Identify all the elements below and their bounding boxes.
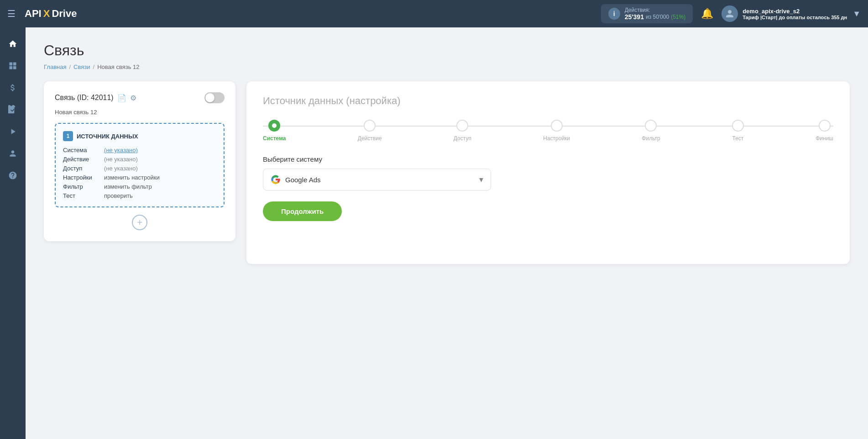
bell-icon[interactable]: 🔔 (698, 8, 716, 20)
stepper-step: Тест (732, 120, 744, 142)
user-plan: Тариф |Старт| до оплаты осталось 355 дн (743, 15, 847, 20)
field-label: Действие (63, 156, 104, 163)
step-dot (732, 120, 744, 132)
info-icon: i (608, 8, 620, 20)
actions-count: 25'391 (625, 13, 644, 21)
step-dot (268, 120, 280, 132)
breadcrumb-home[interactable]: Главная (44, 63, 66, 70)
right-card-title: Источник данных (настройка) (263, 95, 833, 107)
source-fields: Система(не указано)Действие(не указано)Д… (63, 147, 216, 199)
breadcrumb: Главная / Связи / Новая связь 12 (44, 63, 850, 70)
username: demo_apix-drive_s2 (743, 8, 847, 15)
sidebar-item-projects[interactable] (4, 100, 22, 119)
sidebar-item-grid[interactable] (4, 57, 22, 75)
user-profile[interactable]: demo_apix-drive_s2 Тариф |Старт| до опла… (722, 5, 847, 22)
main-content: Связь Главная / Связи / Новая связь 12 С… (26, 27, 868, 439)
right-card-title-main: Источник данных (263, 95, 343, 106)
avatar (722, 5, 738, 22)
main-layout: Связь Главная / Связи / Новая связь 12 С… (0, 27, 868, 439)
actions-info: i Действия: 25'391 из 50'000 (51%) (601, 4, 693, 23)
actions-text: Действия: 25'391 из 50'000 (51%) (625, 7, 685, 21)
gear-icon[interactable]: ⚙ (130, 94, 136, 102)
stepper-step: Действие (358, 120, 382, 142)
source-box: 1 ИСТОЧНИК ДАННЫХ Система(не указано)Дей… (55, 123, 225, 207)
field-label: Система (63, 147, 104, 153)
step-label: Тест (732, 135, 744, 142)
field-value: (не указано) (104, 165, 138, 172)
select-left: Google Ads (271, 175, 321, 185)
breadcrumb-connections[interactable]: Связи (73, 63, 90, 70)
stepper-step: Доступ (454, 120, 471, 142)
toggle-knob (205, 93, 214, 102)
cards-row: Связь (ID: 42011) 📄 ⚙ Новая связь 12 1 (44, 81, 850, 264)
card-title-icons: 📄 ⚙ (117, 94, 136, 102)
sidebar-item-account[interactable] (4, 144, 22, 163)
right-card: Источник данных (настройка) СистемаДейст… (246, 81, 850, 264)
source-number: 1 (63, 131, 73, 141)
sidebar (0, 27, 26, 439)
source-box-title: ИСТОЧНИК ДАННЫХ (77, 133, 138, 140)
card-header: Связь (ID: 42011) 📄 ⚙ (55, 92, 225, 103)
stepper-step: Система (263, 120, 286, 142)
logo-x: X (43, 8, 50, 20)
logo-drive: Drive (52, 8, 77, 20)
step-dot (364, 120, 376, 132)
user-info: demo_apix-drive_s2 Тариф |Старт| до опла… (743, 8, 847, 20)
system-select[interactable]: Google Ads ▾ (263, 169, 491, 190)
field-label: Настройки (63, 174, 104, 181)
sidebar-item-help[interactable] (4, 166, 22, 185)
breadcrumb-sep-2: / (93, 63, 95, 70)
card-subtitle: Новая связь 12 (55, 109, 225, 116)
logo-api: API (25, 8, 42, 20)
actions-total: из 50'000 (646, 14, 669, 20)
card-title: Связь (ID: 42011) 📄 ⚙ (55, 94, 136, 102)
source-box-header: 1 ИСТОЧНИК ДАННЫХ (63, 131, 216, 141)
step-label: Действие (358, 135, 382, 142)
field-label: Доступ (63, 165, 104, 172)
actions-pct: (51%) (671, 14, 685, 20)
step-dot (819, 120, 831, 132)
add-button[interactable]: + (132, 215, 147, 230)
hamburger-icon[interactable]: ☰ (7, 8, 16, 19)
source-field-row: Система(не указано) (63, 147, 216, 153)
source-field-row: Фильтризменить фильтр (63, 183, 216, 190)
field-value: изменить фильтр (104, 183, 152, 190)
form-label: Выберите систему (263, 155, 833, 163)
continue-button[interactable]: Продолжить (263, 201, 342, 221)
select-value: Google Ads (285, 176, 321, 184)
field-label: Тест (63, 192, 104, 199)
doc-icon[interactable]: 📄 (117, 94, 126, 102)
field-value: проверить (104, 192, 133, 199)
stepper-steps: СистемаДействиеДоступНастройкиФильтрТест… (263, 120, 833, 142)
step-label: Настройки (543, 135, 570, 142)
breadcrumb-current: Новая связь 12 (97, 63, 139, 70)
user-chevron-icon[interactable]: ▼ (852, 9, 861, 19)
left-card: Связь (ID: 42011) 📄 ⚙ Новая связь 12 1 (44, 81, 235, 241)
breadcrumb-sep-1: / (69, 63, 71, 70)
card-title-text: Связь (ID: 42011) (55, 94, 114, 102)
sidebar-item-play[interactable] (4, 122, 22, 141)
step-dot (645, 120, 657, 132)
stepper-step: Настройки (543, 120, 570, 142)
sidebar-item-home[interactable] (4, 35, 22, 53)
field-value[interactable]: (не указано) (104, 147, 138, 153)
field-value: изменить настройки (104, 174, 160, 181)
stepper-step: Фильтр (642, 120, 660, 142)
toggle-switch[interactable] (204, 92, 225, 103)
sidebar-item-billing[interactable] (4, 79, 22, 97)
topnav: ☰ APIXDrive i Действия: 25'391 из 50'000… (0, 0, 868, 27)
step-label: Фильтр (642, 135, 660, 142)
source-field-row: Настройкиизменить настройки (63, 174, 216, 181)
source-field-row: Действие(не указано) (63, 156, 216, 163)
right-card-title-sub-text: (настройка) (346, 95, 400, 106)
source-field-row: Тестпроверить (63, 192, 216, 199)
google-icon (271, 175, 281, 185)
step-label: Система (263, 135, 286, 142)
page-title: Связь (44, 42, 850, 59)
step-label: Доступ (454, 135, 471, 142)
logo: APIXDrive (25, 8, 77, 20)
actions-label: Действия: (625, 7, 685, 13)
stepper: СистемаДействиеДоступНастройкиФильтрТест… (263, 120, 833, 142)
step-dot (551, 120, 563, 132)
source-field-row: Доступ(не указано) (63, 165, 216, 172)
